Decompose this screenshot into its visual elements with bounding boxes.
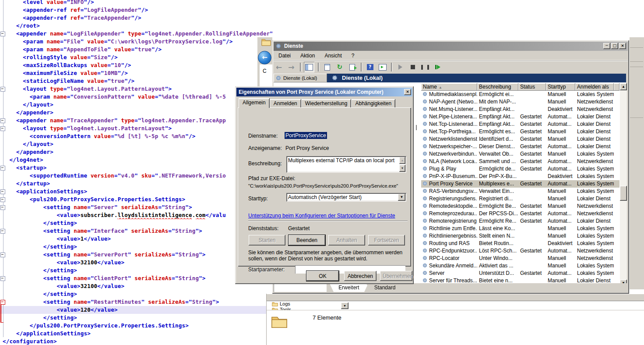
service-row[interactable]: Plug & PlayErmöglicht de...GestartetAuto… bbox=[421, 165, 619, 173]
column-header-anmelden-als[interactable]: Anmelden als bbox=[575, 83, 614, 91]
menu-item-aktion[interactable]: Aktion bbox=[296, 51, 320, 60]
service-row[interactable]: Remoteprozedurau...Der RPCSS-Di...Gestar… bbox=[421, 210, 619, 217]
dienstname-value[interactable]: PortProxyService bbox=[285, 132, 327, 139]
service-row[interactable]: Sekundäre Anmeld...Aktiviert das ...Manu… bbox=[421, 262, 619, 270]
service-row[interactable]: RemoteregistrierungErmöglicht Re...Gesta… bbox=[421, 217, 619, 225]
service-row[interactable]: NLA (Network Loca...Sammelt und ...Gesta… bbox=[421, 158, 619, 165]
fold-marker-icon[interactable] bbox=[0, 87, 5, 92]
service-row[interactable]: Richtlinie zum Entfe...Lässt eine Ko...M… bbox=[421, 225, 619, 232]
service-row-selected[interactable]: Port Proxy ServiceMultiplexes e...Gestar… bbox=[421, 180, 619, 188]
console-tree-item-dienste-lokal[interactable]: Dienste (Lokal) bbox=[274, 74, 327, 82]
service-row[interactable]: Richtlinienergebniss...Stellt einen N...… bbox=[421, 232, 619, 240]
fold-marker-icon[interactable] bbox=[0, 253, 5, 257]
fold-marker-icon[interactable] bbox=[0, 300, 5, 305]
fold-marker-icon[interactable] bbox=[0, 126, 5, 131]
service-row[interactable]: Registrierungsdiens...Registriert di...M… bbox=[421, 195, 619, 203]
service-row[interactable]: Net.Msmq-Listener...Empfängt Akt...Deakt… bbox=[421, 106, 619, 113]
service-row[interactable]: RAS-Verbindungsv...Verwaltet Ein...Manue… bbox=[421, 188, 619, 195]
tab-abhngigkeiten[interactable]: Abhängigkeiten bbox=[351, 99, 395, 108]
fold-marker-icon[interactable] bbox=[0, 166, 5, 171]
service-row[interactable]: Net.Tcp-Portfreiga...Ermöglicht es...Ges… bbox=[421, 128, 619, 135]
column-header-starttyp[interactable]: Starttyp bbox=[546, 83, 575, 91]
scrollbar-thumb[interactable] bbox=[620, 186, 627, 201]
back-icon[interactable]: ← bbox=[274, 62, 284, 72]
extended-view-icon[interactable] bbox=[377, 62, 388, 72]
dialog-titlebar[interactable]: Eigenschaften von Port Proxy Service (Lo… bbox=[236, 88, 412, 96]
cell: Gestartet bbox=[518, 165, 546, 173]
fold-marker-icon[interactable] bbox=[0, 189, 5, 194]
export-list-icon[interactable] bbox=[347, 62, 357, 72]
close-icon[interactable]: × bbox=[404, 89, 411, 95]
starten-button[interactable]: Starten bbox=[249, 235, 285, 245]
back-icon[interactable]: ← bbox=[258, 51, 271, 64]
service-row[interactable]: Netzwerkspeicher-...Dieser Dienst...Gest… bbox=[421, 143, 619, 150]
column-header-status[interactable]: Status bbox=[518, 83, 546, 91]
vertical-scrollbar[interactable]: ▲ ▼ bbox=[620, 83, 627, 287]
code-line: </appender> bbox=[0, 109, 272, 117]
scroll-down-icon[interactable]: ▼ bbox=[399, 165, 405, 172]
forward-icon[interactable]: → bbox=[286, 62, 296, 72]
fold-marker-icon[interactable] bbox=[0, 205, 5, 210]
fold-marker-icon[interactable] bbox=[0, 229, 5, 234]
fold-marker-icon[interactable] bbox=[0, 32, 5, 36]
service-row[interactable]: PnP-X-IP-Busenum...Der PnP-X-Bu...Deakti… bbox=[421, 173, 619, 180]
service-row[interactable]: ServerUnterstützt D...GestartetAutomat..… bbox=[421, 270, 619, 277]
folder-item[interactable]: Logs bbox=[272, 301, 290, 307]
starttyp-select[interactable]: Automatisch (Verzögerter Start) ▼ bbox=[286, 193, 406, 202]
service-row[interactable]: NetzwerklistendienstIdentifiziert d...Ge… bbox=[421, 135, 619, 143]
cell: Lokales System bbox=[575, 173, 614, 180]
fortsetzen-button[interactable]: Fortsetzen bbox=[368, 235, 405, 245]
uebernehmen-button[interactable]: Übernehmen bbox=[380, 271, 412, 281]
pause-service-icon[interactable] bbox=[420, 62, 430, 72]
beenden-button[interactable]: Beenden bbox=[289, 235, 325, 245]
service-row[interactable]: NAP-Agent (Netwo...Mit dem NAP-...Manuel… bbox=[421, 98, 619, 106]
service-row[interactable]: Remotedesktopdie...Ermöglicht Be...Gesta… bbox=[421, 203, 619, 210]
tab-wiederherstellung[interactable]: Wiederherstellung bbox=[301, 99, 352, 108]
column-header-beschreibung[interactable]: Beschreibung bbox=[477, 83, 518, 91]
start-service-icon[interactable] bbox=[395, 62, 405, 72]
service-row[interactable]: Multimediaklassenpl...Ermöglicht ei...Ma… bbox=[421, 91, 619, 98]
anhalten-button[interactable]: Anhalten bbox=[328, 235, 365, 245]
fold-marker-icon[interactable] bbox=[0, 118, 5, 123]
properties-icon[interactable] bbox=[322, 62, 332, 72]
service-row[interactable]: Netzwerkverbindun...Verwaltet Ob...Gesta… bbox=[421, 150, 619, 158]
tab-anmelden[interactable]: Anmelden bbox=[270, 99, 301, 108]
menu-item-[interactable]: ? bbox=[347, 51, 359, 60]
startoptions-help-link[interactable]: Unterstützung beim Konfigurieren der Sta… bbox=[248, 213, 395, 219]
tab-erweitert[interactable]: Erweitert bbox=[330, 284, 368, 292]
abbrechen-button[interactable]: Abbrechen bbox=[344, 271, 377, 281]
stop-service-icon[interactable] bbox=[408, 62, 418, 72]
tab-allgemein[interactable]: Allgemein bbox=[239, 98, 270, 108]
refresh-icon[interactable]: ↻ bbox=[334, 62, 345, 72]
menu-item-ansicht[interactable]: Ansicht bbox=[320, 51, 346, 60]
fold-marker-icon[interactable] bbox=[0, 276, 5, 281]
chevron-down-icon[interactable]: ▼ bbox=[398, 194, 405, 201]
scroll-up-icon[interactable]: ▲ bbox=[399, 157, 405, 164]
service-row[interactable]: Routing und RASBietet Routin...Deaktivie… bbox=[421, 240, 619, 247]
cell: Gestartet bbox=[518, 158, 546, 165]
beschreibung-textarea[interactable]: Multiplexes external TCP/IP data on loca… bbox=[286, 156, 406, 173]
column-header-name[interactable]: Name▲ bbox=[421, 83, 477, 91]
minimize-button[interactable]: ─ bbox=[603, 43, 610, 49]
help-icon[interactable]: ? bbox=[365, 62, 375, 72]
ok-button[interactable]: OK bbox=[306, 271, 339, 281]
restart-service-icon[interactable] bbox=[433, 62, 443, 72]
services-titlebar[interactable]: Dienste ─□× bbox=[274, 42, 628, 51]
code-line: <appender-ref ref="TraceAppender"/> bbox=[0, 14, 272, 22]
service-row[interactable]: Net.Pipe-Listenera...Empfängt Akt...Gest… bbox=[421, 113, 619, 121]
fold-marker-icon[interactable] bbox=[0, 197, 5, 202]
service-row[interactable]: Net.Tcp-Listenerad...Empfängt Akt...Gest… bbox=[421, 121, 619, 128]
scroll-up-icon[interactable]: ▲ bbox=[620, 83, 627, 90]
splitter-handle[interactable] bbox=[416, 125, 417, 130]
combo-dropdown-button[interactable]: ▼ bbox=[341, 302, 348, 309]
maximize-button[interactable]: □ bbox=[611, 43, 618, 49]
show-console-tree-icon[interactable] bbox=[304, 62, 314, 72]
close-button[interactable]: × bbox=[619, 43, 626, 49]
folder-item[interactable]: Tools bbox=[272, 307, 291, 310]
code-editor[interactable]: <level value="INFO"/> <appender-ref ref=… bbox=[0, 0, 272, 345]
menu-item-datei[interactable]: Datei bbox=[274, 51, 296, 60]
tab-standard[interactable]: Standard bbox=[366, 284, 403, 292]
service-row[interactable]: RPC-Endpunktzuor...Löst RPC-Sch...Gestar… bbox=[421, 247, 619, 255]
cell: Lokales System bbox=[575, 188, 614, 195]
service-row[interactable]: RPC-LocatorUnter Windo...ManuellNetzwerk… bbox=[421, 255, 619, 262]
